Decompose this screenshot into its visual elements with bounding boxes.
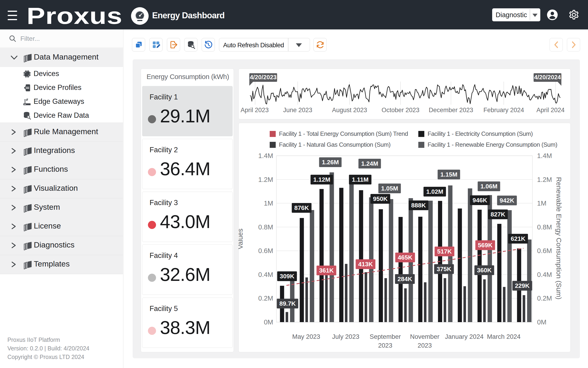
svg-text:465K: 465K bbox=[398, 254, 412, 261]
svg-text:1M: 1M bbox=[264, 200, 273, 207]
svg-text:August 2023: August 2023 bbox=[332, 107, 367, 114]
svg-text:1.2M: 1.2M bbox=[537, 176, 552, 183]
svg-text:1.05M: 1.05M bbox=[381, 185, 398, 192]
svg-text:1.02M: 1.02M bbox=[426, 188, 443, 195]
svg-text:1M: 1M bbox=[537, 200, 546, 207]
svg-text:March 2024: March 2024 bbox=[487, 333, 520, 340]
svg-text:June 2023: June 2023 bbox=[283, 107, 312, 114]
svg-text:876K: 876K bbox=[294, 204, 309, 211]
svg-text:0.6M: 0.6M bbox=[537, 247, 552, 254]
svg-text:0M: 0M bbox=[264, 318, 273, 326]
svg-text:942K: 942K bbox=[500, 197, 514, 204]
svg-text:1.15M: 1.15M bbox=[440, 171, 457, 178]
svg-text:1.11M: 1.11M bbox=[352, 176, 369, 183]
svg-text:0.8M: 0.8M bbox=[258, 223, 273, 231]
svg-text:0.2M: 0.2M bbox=[258, 294, 273, 302]
svg-text:September: September bbox=[370, 333, 401, 340]
svg-text:1.2M: 1.2M bbox=[258, 176, 273, 183]
svg-text:February 2024: February 2024 bbox=[483, 107, 524, 114]
svg-text:827K: 827K bbox=[491, 211, 505, 218]
svg-text:0.8M: 0.8M bbox=[537, 223, 552, 231]
svg-text:569K: 569K bbox=[478, 242, 492, 249]
svg-text:309K: 309K bbox=[280, 273, 294, 280]
svg-text:Values: Values bbox=[238, 229, 244, 249]
svg-text:284K: 284K bbox=[397, 276, 412, 283]
svg-text:April 2023: April 2023 bbox=[241, 107, 269, 114]
svg-text:1.12M: 1.12M bbox=[313, 176, 330, 183]
svg-text:888K: 888K bbox=[411, 202, 426, 209]
svg-text:July 2023: July 2023 bbox=[332, 333, 360, 340]
svg-text:1.4M: 1.4M bbox=[537, 152, 552, 159]
svg-text:229K: 229K bbox=[515, 282, 529, 289]
svg-text:October 2023: October 2023 bbox=[381, 107, 420, 114]
svg-text:413K: 413K bbox=[358, 261, 373, 268]
svg-text:360K: 360K bbox=[477, 267, 491, 274]
svg-text:621K: 621K bbox=[511, 235, 525, 242]
svg-text:2023: 2023 bbox=[378, 342, 392, 349]
svg-text:517K: 517K bbox=[437, 248, 452, 255]
svg-text:November: November bbox=[410, 333, 439, 340]
svg-text:Facility 1 - Total Energy Cons: Facility 1 - Total Energy Consumption (S… bbox=[279, 130, 408, 137]
svg-text:1.06M: 1.06M bbox=[480, 183, 498, 190]
svg-text:May 2023: May 2023 bbox=[292, 333, 320, 340]
svg-text:Renewable Energy Consumption (: Renewable Energy Consumption (Sum) bbox=[555, 177, 563, 300]
svg-text:0.2M: 0.2M bbox=[537, 294, 552, 302]
svg-text:Facility 1 - Renewable Energy: Facility 1 - Renewable Energy Consumptio… bbox=[428, 141, 557, 148]
svg-text:4/20/2023: 4/20/2023 bbox=[250, 74, 277, 81]
svg-text:Facility 1 - Electricity Consu: Facility 1 - Electricity Consumption (Su… bbox=[428, 130, 533, 137]
svg-text:0.4M: 0.4M bbox=[258, 271, 273, 278]
svg-text:0M: 0M bbox=[537, 318, 546, 326]
svg-text:4/20/2024: 4/20/2024 bbox=[534, 74, 561, 81]
svg-text:January 2024: January 2024 bbox=[445, 333, 483, 340]
svg-text:1.26M: 1.26M bbox=[322, 159, 339, 166]
svg-text:946K: 946K bbox=[473, 197, 487, 204]
svg-text:950K: 950K bbox=[373, 195, 387, 202]
svg-text:Facility 1 - Natural Gas Consu: Facility 1 - Natural Gas Consumption (Su… bbox=[279, 141, 391, 148]
svg-text:April 2024: April 2024 bbox=[536, 107, 565, 114]
svg-text:0.6M: 0.6M bbox=[258, 247, 273, 254]
svg-text:2023: 2023 bbox=[418, 342, 432, 349]
svg-text:89.7K: 89.7K bbox=[280, 300, 296, 307]
svg-text:361K: 361K bbox=[319, 267, 333, 274]
svg-text:December 2023: December 2023 bbox=[429, 107, 473, 114]
svg-text:1.24M: 1.24M bbox=[361, 160, 378, 167]
svg-text:1.4M: 1.4M bbox=[258, 152, 273, 159]
svg-text:0.4M: 0.4M bbox=[537, 271, 552, 278]
svg-text:375K: 375K bbox=[437, 266, 451, 273]
